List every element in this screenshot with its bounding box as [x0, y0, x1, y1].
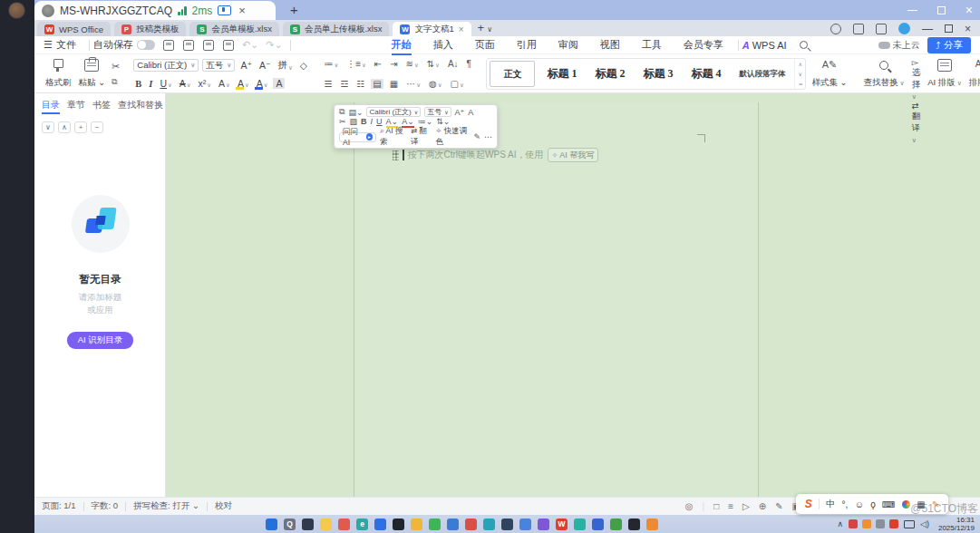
- align-left-button[interactable]: ☰: [322, 79, 335, 89]
- ask-ai-button[interactable]: 问问 AI▸: [339, 132, 376, 142]
- phonetic-guide-button[interactable]: 拼∨: [277, 59, 295, 72]
- sync-status-icon[interactable]: [830, 24, 841, 34]
- browser-maximize-button[interactable]: [937, 6, 946, 15]
- remote-session-tab[interactable]: MS-WHRJXGGZTCAQ 2ms ×: [34, 1, 276, 20]
- volume-icon[interactable]: ◁): [920, 519, 929, 528]
- align-center-button[interactable]: ☲: [338, 79, 351, 89]
- taskbar-app-icon[interactable]: [393, 518, 404, 530]
- taskbar-app-icon[interactable]: [628, 518, 640, 530]
- tray-app-icon[interactable]: [876, 519, 885, 528]
- ribbon-menu-tab[interactable]: 审阅: [548, 36, 589, 53]
- mini-cut-icon[interactable]: ✂: [339, 117, 346, 126]
- sidebar-tab[interactable]: 查找和替换: [118, 99, 163, 114]
- paragraph-more-button[interactable]: ⋯∨: [404, 79, 423, 89]
- taskbar-app-icon[interactable]: [429, 518, 441, 530]
- taskbar-app-icon[interactable]: [574, 518, 586, 530]
- taskbar-app-icon[interactable]: Q: [284, 518, 296, 530]
- autosave-toggle[interactable]: [137, 40, 155, 50]
- undo-icon[interactable]: ↶⌄: [242, 39, 258, 51]
- account-avatar[interactable]: [898, 23, 910, 34]
- taskbar-app-icon[interactable]: [374, 518, 386, 530]
- ime-language-toggle[interactable]: 中: [826, 498, 835, 510]
- wps-document-tab[interactable]: W WPS Office ×: [37, 22, 111, 36]
- cloud-status[interactable]: 未上云: [878, 39, 920, 52]
- ime-voice-icon[interactable]: ϙ: [870, 499, 876, 509]
- mini-bold-icon[interactable]: B: [361, 117, 367, 126]
- quick-color-button[interactable]: ✧ 快速调色: [435, 126, 470, 148]
- select-button[interactable]: ▻ 选择 ∨: [912, 57, 921, 101]
- ai-search-button[interactable]: ⌕ AI 搜索: [380, 126, 407, 148]
- bullets-button[interactable]: ≔∨: [322, 59, 341, 69]
- web-view-icon[interactable]: ⊕: [759, 501, 766, 511]
- new-session-tab-button[interactable]: +: [290, 2, 298, 17]
- mini-line-spacing-icon[interactable]: ⇅⌄: [436, 117, 450, 126]
- style-item[interactable]: 标题 4: [682, 59, 730, 89]
- style-item[interactable]: 标题 2: [586, 59, 634, 89]
- ime-keyboard-icon[interactable]: ⌨: [882, 499, 895, 509]
- mini-increase-font-icon[interactable]: A⁺: [455, 108, 465, 117]
- mini-pen-icon[interactable]: ✎: [473, 132, 480, 141]
- cut-button[interactable]: ✂: [112, 61, 120, 73]
- distribute-button[interactable]: ▦: [387, 79, 400, 89]
- font-name-combo[interactable]: Calibri (正文)∨: [133, 59, 199, 72]
- line-spacing-button[interactable]: ⇅∨: [424, 59, 441, 69]
- proofread-label[interactable]: 校对: [215, 500, 232, 512]
- wps-document-tab[interactable]: S 会员单上传模板.xlsx ×: [283, 22, 390, 36]
- taskbar-app-icon[interactable]: [320, 518, 332, 530]
- mini-font-name-combo[interactable]: Calibri (正文)∨: [366, 107, 421, 117]
- mini-paste-icon[interactable]: ▤⌄: [348, 108, 363, 117]
- style-item[interactable]: 标题 1: [538, 59, 586, 89]
- sort-button[interactable]: A↓: [445, 59, 461, 69]
- ribbon-search-icon[interactable]: [800, 41, 808, 49]
- ribbon-menu-tab[interactable]: 插入: [422, 36, 464, 53]
- close-session-tab-icon[interactable]: ×: [238, 4, 246, 17]
- wps-document-tab[interactable]: W 文字文稿1 ×: [393, 22, 471, 36]
- premium-gift-icon[interactable]: [876, 24, 887, 34]
- ribbon-menu-tab[interactable]: 工具: [631, 36, 673, 53]
- tab-list-chevron-icon[interactable]: ∨: [487, 25, 492, 34]
- paste-button[interactable]: 粘贴 ⌄: [75, 57, 110, 91]
- taskbar-app-icon[interactable]: W: [556, 518, 568, 530]
- highlight-color-button[interactable]: A∨: [236, 78, 251, 89]
- mini-bullets-icon[interactable]: ≔⌄: [418, 117, 433, 126]
- file-menu[interactable]: ☰ 文件: [34, 38, 85, 52]
- ime-emoji-icon[interactable]: ☺: [855, 499, 864, 509]
- styles-gallery-arrows[interactable]: ∧∨≂: [794, 59, 805, 89]
- close-tab-icon[interactable]: ×: [459, 24, 464, 34]
- sidebar-tab[interactable]: 目录: [42, 99, 60, 114]
- ai-write-button[interactable]: ✧ AI 帮我写: [548, 148, 599, 162]
- ribbon-menu-tab[interactable]: 会员专享: [673, 36, 734, 53]
- style-item[interactable]: 标题 3: [634, 59, 682, 89]
- taskbar-app-icon[interactable]: [538, 518, 549, 530]
- drag-handle-icon[interactable]: [393, 150, 399, 160]
- layout-button[interactable]: A≡ 排版 ∨: [965, 57, 980, 91]
- new-document-button[interactable]: +: [478, 21, 485, 34]
- mini-italic-icon[interactable]: I: [371, 117, 374, 126]
- save-icon[interactable]: [163, 40, 174, 51]
- mini-translate-button[interactable]: ⇄ 翻译: [411, 126, 432, 148]
- translate-button[interactable]: ⇄ 翻译 ∨: [912, 101, 921, 144]
- tray-app-icon[interactable]: [849, 519, 858, 528]
- mini-font-size-combo[interactable]: 五号∨: [424, 107, 451, 117]
- decrease-indent-button[interactable]: ⇤: [372, 59, 383, 69]
- tray-app-icon[interactable]: [862, 519, 871, 528]
- mini-font-color-icon[interactable]: A⌄: [402, 117, 414, 126]
- tray-expand-icon[interactable]: ∧: [837, 519, 843, 528]
- play-slideshow-icon[interactable]: ▷: [742, 501, 750, 511]
- share-button[interactable]: ⤴ 分享: [927, 37, 971, 53]
- taskbar-app-icon[interactable]: [519, 518, 531, 530]
- ime-punctuation-icon[interactable]: °,: [842, 499, 849, 509]
- ime-skin-icon[interactable]: [902, 500, 910, 509]
- underline-button[interactable]: U∨: [158, 78, 173, 89]
- ai-recognize-outline-button[interactable]: AI 识别目录: [67, 332, 134, 349]
- wps-minimize-button[interactable]: —: [922, 24, 933, 34]
- increase-indent-button[interactable]: ⇥: [388, 59, 400, 69]
- copy-button[interactable]: ⧉: [112, 77, 120, 87]
- wps-ai-tab[interactable]: WPS AI: [752, 40, 787, 51]
- bold-button[interactable]: B: [133, 79, 143, 89]
- text-direction-button[interactable]: ≋∨: [403, 59, 421, 69]
- collapse-all-button[interactable]: ∨: [42, 121, 54, 133]
- taskbar-app-icon[interactable]: [447, 518, 459, 530]
- spellcheck-label[interactable]: 拼写检查: 打开 ⌄: [133, 500, 199, 512]
- justify-button[interactable]: ▤: [371, 79, 383, 89]
